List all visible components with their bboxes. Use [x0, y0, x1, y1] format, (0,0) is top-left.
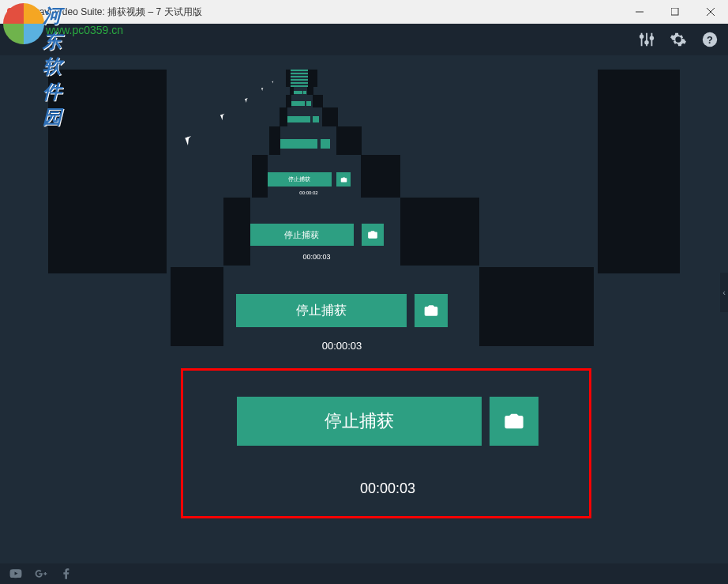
youtube-icon[interactable] [9, 567, 22, 580]
stop-capture-label: 停止捕获 [288, 175, 310, 183]
capture-controls-nested: 停止捕获 [223, 294, 460, 327]
preview-side-panel [290, 87, 294, 95]
maximize-button[interactable] [657, 0, 692, 24]
snapshot-button[interactable] [490, 397, 538, 446]
stop-capture-label: 停止捕获 [284, 229, 319, 241]
snapshot-button [303, 91, 306, 94]
preview-canvas: 停止捕获 00:00:03 停止捕获 00:00:03 停止捕获 00:00:0… [48, 70, 680, 563]
preview-side-panel [598, 70, 680, 273]
stop-capture-label: 停止捕获 [296, 303, 347, 319]
footer-bar [0, 563, 728, 584]
preview-side-panel [48, 70, 167, 273]
svg-point-8 [645, 41, 648, 44]
cursor-icon [261, 88, 265, 91]
capture-controls-nested [291, 91, 307, 94]
snapshot-button[interactable] [336, 172, 351, 187]
camera-icon [367, 229, 378, 240]
capture-controls-nested [283, 116, 320, 122]
preview-side-panel [223, 198, 250, 266]
app-icon [5, 6, 17, 18]
capture-controls: 停止捕获 [222, 397, 554, 446]
capture-controls-nested [276, 139, 332, 149]
stop-capture-button[interactable]: 停止捕获 [267, 172, 332, 187]
facebook-icon[interactable] [60, 567, 73, 580]
preview-side-panel [322, 107, 338, 126]
preview-side-panel [400, 198, 479, 266]
window-titlebar: Movavi Video Suite: 捕获视频 – 7 天试用版 [0, 0, 728, 24]
preview-side-panel [252, 155, 268, 198]
svg-point-7 [640, 36, 644, 39]
svg-text:?: ? [707, 34, 713, 46]
cursor-icon [186, 136, 194, 145]
stop-capture-button [285, 116, 310, 122]
cursor-icon [220, 114, 227, 120]
snapshot-button [313, 116, 319, 122]
capture-timer: 00:00:03 [223, 340, 460, 352]
minimize-button[interactable] [621, 0, 657, 24]
preview-side-panel [308, 70, 317, 87]
preview-side-panel [479, 267, 594, 346]
preview-side-panel [361, 155, 400, 198]
capture-timer: 00:00:02 [262, 190, 355, 195]
capture-controls-nested: 停止捕获 [262, 172, 355, 187]
preview-side-panel [269, 126, 280, 155]
stop-capture-button[interactable]: 停止捕获 [250, 224, 354, 246]
sliders-icon[interactable] [638, 31, 655, 48]
help-icon[interactable]: ? [701, 31, 719, 48]
preview-side-panel [286, 95, 291, 107]
googleplus-icon[interactable] [35, 567, 47, 580]
window-title: Movavi Video Suite: 捕获视频 – 7 天试用版 [21, 6, 202, 19]
preview-side-panel [171, 267, 223, 346]
snapshot-button [306, 101, 311, 106]
stop-capture-button [278, 139, 317, 149]
stop-capture-label: 停止捕获 [325, 409, 394, 433]
snapshot-button [321, 139, 330, 149]
stop-capture-button[interactable]: 停止捕获 [237, 397, 482, 446]
gear-icon[interactable] [670, 31, 687, 48]
expand-handle[interactable] [720, 273, 728, 312]
camera-icon [423, 303, 439, 318]
close-button[interactable] [692, 0, 728, 24]
svg-point-9 [651, 36, 654, 40]
recursion-vanishing-point [290, 70, 309, 87]
snapshot-button[interactable] [362, 224, 384, 246]
capture-timer: 00:00:03 [242, 253, 392, 261]
preview-side-panel [280, 107, 287, 126]
stop-capture-button[interactable]: 停止捕获 [236, 294, 407, 327]
stop-capture-button [289, 101, 305, 106]
camera-icon [503, 410, 525, 432]
preview-side-panel [313, 95, 323, 107]
preview-side-panel [286, 70, 291, 87]
capture-controls-nested [288, 101, 312, 106]
preview-side-panel [307, 87, 313, 95]
camera-icon [340, 176, 347, 183]
cursor-icon [272, 81, 275, 83]
preview-area: 停止捕获 00:00:03 停止捕获 00:00:03 停止捕获 00:00:0… [0, 55, 728, 563]
capture-timer: 00:00:03 [222, 480, 554, 497]
cursor-icon [245, 98, 249, 103]
preview-side-panel [336, 126, 362, 155]
capture-controls-nested: 停止捕获 [242, 224, 392, 246]
app-toolbar: ? [0, 24, 728, 55]
snapshot-button[interactable] [415, 294, 448, 327]
svg-rect-1 [671, 8, 678, 15]
